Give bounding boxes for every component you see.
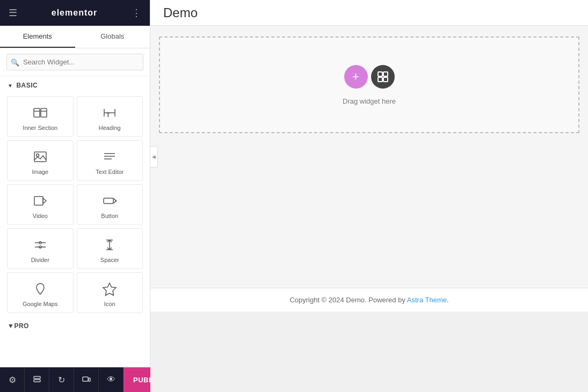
- section-basic-header[interactable]: ▼ Basic: [0, 76, 150, 92]
- widget-inner-section[interactable]: Inner Section: [7, 96, 74, 137]
- tab-elements[interactable]: Elements: [0, 26, 75, 48]
- widget-button[interactable]: Button: [77, 184, 143, 225]
- svg-rect-38: [383, 77, 388, 82]
- svg-point-29: [39, 286, 42, 289]
- app-logo: elementor: [52, 8, 97, 18]
- button-icon: [101, 192, 118, 209]
- widget-video-label: Video: [33, 213, 48, 219]
- widget-image-label: Image: [32, 169, 48, 175]
- footer-suffix: .: [447, 296, 449, 304]
- section-pro-header[interactable]: ▼ Pro: [0, 317, 150, 333]
- svg-marker-14: [43, 198, 46, 204]
- svg-rect-36: [383, 72, 388, 76]
- divider-icon: [32, 236, 49, 253]
- toolbar-left: ⚙ ↻ 👁: [0, 367, 124, 392]
- canvas-top-bar: Demo: [150, 0, 588, 26]
- svg-rect-35: [378, 72, 382, 76]
- panel-tabs: Elements Globals: [0, 26, 150, 48]
- widget-google-maps-label: Google Maps: [23, 301, 57, 307]
- svg-text:T: T: [106, 112, 110, 118]
- canvas-section: ◀ + Drag widget here: [150, 26, 588, 288]
- drag-buttons: +: [344, 65, 395, 89]
- svg-rect-0: [34, 108, 40, 117]
- widget-icon[interactable]: Icon: [77, 272, 143, 313]
- grid-icon[interactable]: ⋮: [132, 7, 141, 19]
- panel-header: ☰ elementor ⋮: [0, 0, 150, 26]
- page-title: Demo: [163, 5, 198, 20]
- settings-icon[interactable]: ⚙: [0, 367, 25, 392]
- footer-link[interactable]: Astra Theme: [407, 296, 447, 304]
- widget-heading[interactable]: T Heading: [77, 96, 143, 137]
- search-input[interactable]: [6, 54, 143, 70]
- svg-rect-31: [34, 376, 40, 379]
- widget-heading-label: Heading: [99, 125, 121, 131]
- svg-rect-13: [34, 197, 43, 205]
- svg-rect-33: [83, 377, 88, 381]
- widget-divider[interactable]: Divider: [7, 228, 74, 269]
- canvas-body: ◀ + Drag widget here Cop: [150, 26, 588, 392]
- widget-icon-label: Icon: [104, 301, 115, 307]
- video-icon: [32, 192, 49, 209]
- section-basic-arrow: ▼: [8, 83, 13, 89]
- layers-icon[interactable]: [25, 367, 49, 392]
- widget-text-editor-label: Text Editor: [96, 169, 124, 175]
- widget-spacer-label: Spacer: [100, 257, 119, 263]
- widget-inner-section-label: Inner Section: [23, 125, 57, 131]
- image-icon: [32, 148, 49, 165]
- inner-section-icon: [32, 104, 49, 121]
- drag-label: Drag widget here: [343, 97, 396, 105]
- tab-globals[interactable]: Globals: [75, 26, 150, 48]
- add-widget-button[interactable]: +: [344, 65, 368, 89]
- bottom-toolbar: ⚙ ↻ 👁 PUBLISH ▲: [0, 367, 150, 392]
- heading-icon: T: [101, 104, 118, 121]
- widget-image[interactable]: Image: [7, 140, 74, 181]
- widget-google-maps[interactable]: Google Maps: [7, 272, 74, 313]
- section-basic-label: Basic: [16, 82, 38, 89]
- canvas-bottom-space: [150, 311, 588, 392]
- canvas-footer: Copyright © 2024 Demo. Powered by Astra …: [150, 288, 588, 311]
- section-pro-label: Pro: [14, 322, 29, 330]
- history-icon[interactable]: ↻: [49, 367, 74, 392]
- left-panel: ☰ elementor ⋮ Elements Globals 🔍 ▼ Basic: [0, 0, 150, 392]
- svg-rect-1: [41, 108, 47, 117]
- widget-text-editor[interactable]: Text Editor: [77, 140, 143, 181]
- svg-point-9: [36, 154, 39, 157]
- spacer-icon: [101, 236, 118, 253]
- search-container: 🔍: [0, 48, 150, 76]
- hamburger-icon[interactable]: ☰: [9, 7, 17, 19]
- svg-rect-32: [34, 380, 40, 382]
- svg-rect-8: [34, 152, 46, 162]
- collapse-handle[interactable]: ◀: [150, 146, 158, 168]
- svg-rect-37: [378, 77, 382, 82]
- icon-widget-icon: [101, 280, 118, 297]
- search-icon: 🔍: [11, 58, 19, 66]
- canvas-drop-zone[interactable]: + Drag widget here: [159, 37, 579, 133]
- svg-rect-34: [89, 378, 90, 381]
- eye-icon[interactable]: 👁: [99, 367, 124, 392]
- library-button[interactable]: [371, 65, 395, 89]
- basic-widgets-grid: Inner Section T Heading: [0, 92, 150, 317]
- responsive-icon[interactable]: [74, 367, 99, 392]
- widget-divider-label: Divider: [31, 257, 49, 263]
- right-canvas: Demo ◀ + Drag widget here: [150, 0, 588, 392]
- widgets-scroll: ▼ Basic Inner Section: [0, 76, 150, 392]
- svg-rect-15: [104, 198, 113, 204]
- widget-spacer[interactable]: Spacer: [77, 228, 143, 269]
- footer-copyright: Copyright © 2024 Demo. Powered by: [289, 296, 406, 304]
- svg-marker-30: [103, 283, 116, 295]
- google-maps-icon: [32, 280, 49, 297]
- section-pro-arrow: ▼: [8, 322, 14, 330]
- text-editor-icon: [101, 148, 118, 165]
- widget-button-label: Button: [101, 213, 118, 219]
- widget-video[interactable]: Video: [7, 184, 74, 225]
